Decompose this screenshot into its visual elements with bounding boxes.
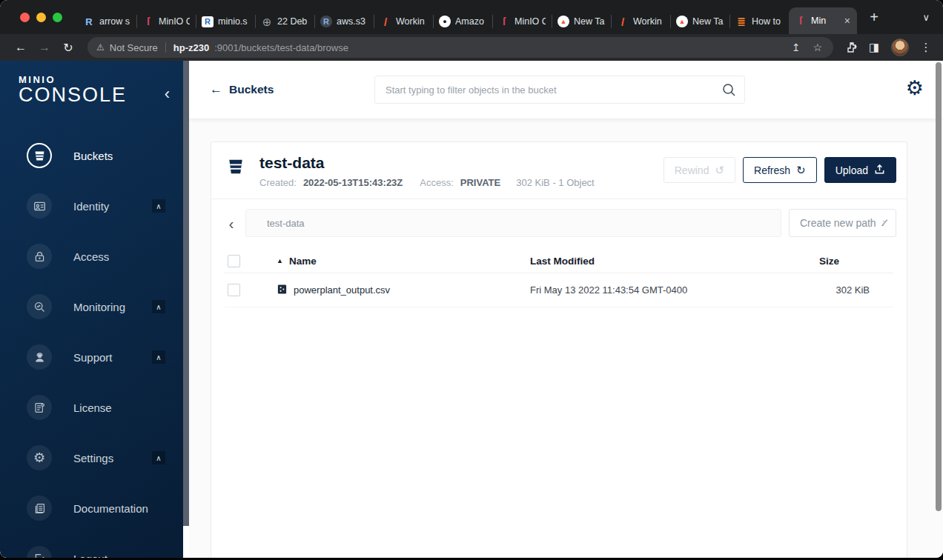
- sidebar-item-label: License: [73, 401, 112, 414]
- sidebar-scrollbar-thumb[interactable]: [183, 61, 189, 526]
- logo-console-text: CONSOLE: [19, 84, 183, 107]
- browser-tab-active[interactable]: Min×: [789, 7, 857, 34]
- sidebar-item-license[interactable]: License: [0, 382, 183, 433]
- not-secure-warning-icon[interactable]: ⚠: [96, 42, 105, 53]
- bucket-summary: 302 KiB - 1 Object: [516, 177, 595, 188]
- security-label[interactable]: Not Secure: [110, 42, 158, 53]
- table-row[interactable]: powerplant_output.csv Fri May 13 2022 11…: [225, 273, 893, 307]
- profile-avatar[interactable]: [891, 39, 909, 56]
- browser-tab[interactable]: Amazo: [433, 9, 492, 34]
- sort-asc-icon: ▲: [277, 257, 283, 264]
- forward-button[interactable]: →: [34, 37, 55, 58]
- create-new-path-button[interactable]: Create new path:∕∕: [789, 209, 896, 237]
- brave-icon: [676, 16, 688, 27]
- sidebar-item-identity[interactable]: Identity ∧: [0, 181, 183, 231]
- settings-gear-icon[interactable]: ⚙: [906, 79, 924, 99]
- back-button[interactable]: ←: [10, 37, 31, 58]
- share-icon[interactable]: ↥: [788, 41, 804, 53]
- close-window-button[interactable]: [20, 13, 30, 22]
- bookmark-star-icon[interactable]: ☆: [809, 41, 826, 53]
- refresh-button[interactable]: Refresh↻: [743, 157, 817, 183]
- column-header-size[interactable]: Size: [812, 256, 893, 267]
- refresh-icon: ↻: [796, 164, 806, 177]
- column-header-name[interactable]: ▲ Name: [259, 256, 530, 267]
- bucket-icon: [27, 143, 52, 168]
- new-tab-button[interactable]: +: [863, 6, 885, 28]
- upload-icon: [874, 164, 885, 177]
- stackoverflow-icon: [735, 16, 747, 27]
- tab-search-chevron-icon[interactable]: ∨: [922, 12, 930, 23]
- page-scrollbar-thumb[interactable]: [936, 62, 942, 511]
- bucket-icon: [226, 157, 245, 179]
- extensions-puzzle-icon[interactable]: [842, 38, 861, 57]
- tab-label: New Ta: [574, 16, 605, 27]
- monitoring-icon: [27, 294, 52, 319]
- search-icon: [721, 82, 736, 97]
- rewind-button[interactable]: Rewind↺: [664, 157, 735, 183]
- close-tab-icon[interactable]: ×: [844, 15, 851, 27]
- browser-tab[interactable]: aws.s3: [314, 9, 374, 34]
- sidebar-scrollbar[interactable]: [183, 61, 189, 558]
- browser-tab[interactable]: minio.s: [196, 9, 255, 34]
- upload-button[interactable]: Upload: [824, 157, 896, 183]
- sidebar-panel-icon[interactable]: ◨: [864, 38, 884, 57]
- chevron-up-icon[interactable]: ∧: [152, 451, 165, 464]
- chevron-up-icon[interactable]: ∧: [152, 350, 165, 364]
- browser-tab[interactable]: MinIO C: [136, 9, 196, 34]
- page-header: ← Buckets ⚙: [189, 61, 943, 119]
- column-header-modified[interactable]: Last Modified: [530, 256, 812, 267]
- tab-label: aws.s3: [337, 16, 368, 27]
- created-value: 2022-05-13T15:43:23Z: [303, 177, 403, 188]
- objects-table: ▲ Name Last Modified Size: [225, 249, 893, 307]
- address-bar[interactable]: ⚠ Not Secure hp-z230:9001/buckets/test-d…: [87, 37, 833, 58]
- row-checkbox[interactable]: [228, 284, 240, 296]
- browser-tab[interactable]: MinIO C: [492, 9, 552, 34]
- browser-tab[interactable]: New Ta: [670, 9, 729, 34]
- current-path-box[interactable]: test-data: [245, 209, 781, 237]
- select-all-checkbox[interactable]: [228, 255, 240, 267]
- brave-icon: [557, 16, 569, 27]
- sidebar-item-label: Buckets: [73, 150, 113, 162]
- github-icon: [439, 16, 451, 27]
- fullscreen-window-button[interactable]: [53, 13, 62, 22]
- browser-tab[interactable]: Workin: [374, 9, 433, 34]
- license-icon: [27, 395, 52, 420]
- minio-icon: [795, 15, 807, 27]
- chevron-up-icon[interactable]: ∧: [152, 300, 165, 313]
- sidebar-item-logout[interactable]: Logout: [0, 533, 183, 558]
- slash-icon: [617, 16, 629, 27]
- path-bar: ‹ test-data Create new path:∕∕: [211, 199, 907, 246]
- minimize-window-button[interactable]: [36, 13, 46, 22]
- browser-menu-icon[interactable]: ⋮: [916, 38, 936, 57]
- browser-tab[interactable]: New Ta: [552, 9, 611, 34]
- sidebar-item-settings[interactable]: ⚙ Settings ∧: [0, 433, 183, 483]
- tab-label: Workin: [633, 16, 664, 27]
- minio-console-app: MINIO CONSOLE ‹ Buckets Identity ∧: [0, 61, 943, 558]
- tab-strip: arrow s MinIO C minio.s 22 Deb aws.s3 Wo…: [0, 0, 943, 34]
- search-input[interactable]: [374, 76, 745, 104]
- sidebar-item-support[interactable]: Support ∧: [0, 332, 183, 382]
- browser-tab[interactable]: How to: [729, 9, 789, 34]
- sidebar-item-buckets[interactable]: Buckets: [0, 130, 183, 181]
- back-to-buckets-link[interactable]: ← Buckets: [210, 82, 274, 97]
- browser-tab[interactable]: arrow s: [77, 9, 136, 34]
- r-icon: [320, 16, 332, 27]
- page-body: test-data Created: 2022-05-13T15:43:23Z …: [189, 119, 943, 558]
- slash-icon: [380, 16, 391, 27]
- browser-tab[interactable]: Workin: [611, 9, 670, 34]
- bucket-info-section: test-data Created: 2022-05-13T15:43:23Z …: [211, 142, 907, 199]
- reload-button[interactable]: ↻: [58, 37, 79, 58]
- new-path-icon: :∕∕: [882, 218, 885, 228]
- sidebar: MINIO CONSOLE ‹ Buckets Identity ∧: [0, 61, 183, 558]
- sidebar-item-monitoring[interactable]: Monitoring ∧: [0, 281, 183, 332]
- table-header-row: ▲ Name Last Modified Size: [225, 249, 893, 273]
- path-back-chevron-icon[interactable]: ‹: [222, 216, 241, 231]
- tab-label: How to: [752, 16, 783, 27]
- minio-console-logo: MINIO CONSOLE ‹: [0, 61, 183, 107]
- documentation-icon: [27, 496, 52, 521]
- chevron-up-icon[interactable]: ∧: [152, 199, 165, 213]
- sidebar-item-access[interactable]: Access: [0, 231, 183, 281]
- collapse-sidebar-icon[interactable]: ‹: [165, 86, 170, 102]
- browser-tab[interactable]: 22 Deb: [255, 9, 314, 34]
- sidebar-item-documentation[interactable]: Documentation: [0, 483, 183, 533]
